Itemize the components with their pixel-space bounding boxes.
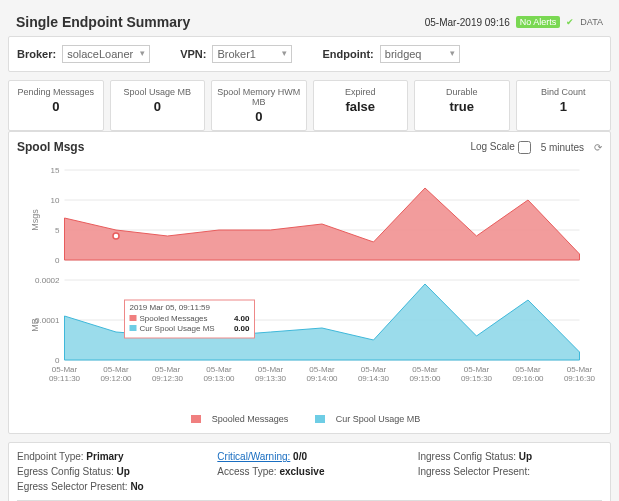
time-range-select[interactable]: 5 minutes bbox=[541, 142, 584, 153]
svg-text:15: 15 bbox=[51, 166, 60, 175]
svg-text:09:14:00: 09:14:00 bbox=[306, 374, 338, 383]
svg-text:05-Mar: 05-Mar bbox=[103, 365, 129, 374]
svg-text:05-Mar: 05-Mar bbox=[309, 365, 335, 374]
stat-value: true bbox=[419, 99, 505, 114]
detail-egress-config: Egress Config Status: Up bbox=[17, 466, 201, 477]
stat-value: false bbox=[318, 99, 404, 114]
svg-text:09:15:00: 09:15:00 bbox=[409, 374, 441, 383]
svg-text:05-Mar: 05-Mar bbox=[361, 365, 387, 374]
page-title: Single Endpoint Summary bbox=[16, 14, 190, 30]
endpoint-label: Endpoint: bbox=[322, 48, 373, 60]
svg-text:10: 10 bbox=[51, 196, 60, 205]
svg-text:09:15:30: 09:15:30 bbox=[461, 374, 493, 383]
svg-text:05-Mar: 05-Mar bbox=[258, 365, 284, 374]
vpn-label: VPN: bbox=[180, 48, 206, 60]
svg-text:09:13:30: 09:13:30 bbox=[255, 374, 287, 383]
svg-text:0: 0 bbox=[55, 356, 60, 365]
data-point-marker bbox=[113, 233, 119, 239]
legend-swatch-blue bbox=[315, 415, 325, 423]
vpn-filter: VPN: Broker1 bbox=[180, 45, 292, 63]
svg-text:05-Mar: 05-Mar bbox=[206, 365, 232, 374]
header-timestamp: 05-Mar-2019 09:16 bbox=[425, 17, 510, 28]
stat-value: 0 bbox=[115, 99, 201, 114]
stat-value: 1 bbox=[521, 99, 607, 114]
legend-item-spooled: Spooled Messages bbox=[191, 414, 297, 424]
y1-label: Msgs bbox=[30, 209, 40, 231]
detail-endpoint-type: Endpoint Type: Primary bbox=[17, 451, 201, 462]
data-label: DATA bbox=[580, 17, 603, 27]
stat-value: 0 bbox=[13, 99, 99, 114]
svg-text:09:16:00: 09:16:00 bbox=[512, 374, 544, 383]
stat-value: 0 bbox=[216, 109, 302, 124]
chart-panel: Spool Msgs Log Scale 5 minutes ⟳ Msgs 15… bbox=[8, 131, 611, 434]
details-panel: Endpoint Type: Primary Critical/Warning:… bbox=[8, 442, 611, 501]
header-right: 05-Mar-2019 09:16 No Alerts ✔ DATA bbox=[425, 16, 603, 28]
vpn-select[interactable]: Broker1 bbox=[212, 45, 292, 63]
endpoint-filter: Endpoint: bridgeq bbox=[322, 45, 459, 63]
page-container: Single Endpoint Summary 05-Mar-2019 09:1… bbox=[0, 0, 619, 501]
broker-filter: Broker: solaceLoaner bbox=[17, 45, 150, 63]
page-header: Single Endpoint Summary 05-Mar-2019 09:1… bbox=[8, 8, 611, 36]
svg-text:0.00: 0.00 bbox=[234, 324, 250, 333]
legend-swatch-red bbox=[191, 415, 201, 423]
detail-critical-warning: Critical/Warning: 0/0 bbox=[217, 451, 401, 462]
endpoint-select[interactable]: bridgeq bbox=[380, 45, 460, 63]
filter-panel: Broker: solaceLoaner VPN: Broker1 Endpoi… bbox=[8, 36, 611, 72]
series-spooled-messages bbox=[65, 188, 580, 260]
stat-label: Spool Memory HWM MB bbox=[216, 87, 302, 107]
svg-text:09:12:00: 09:12:00 bbox=[100, 374, 132, 383]
svg-text:2019 Mar 05, 09:11:59: 2019 Mar 05, 09:11:59 bbox=[130, 303, 211, 312]
svg-text:09:14:30: 09:14:30 bbox=[358, 374, 390, 383]
detail-ingress-selector: Ingress Selector Present: bbox=[418, 466, 602, 477]
chart-title: Spool Msgs bbox=[17, 140, 84, 154]
detail-grid: Endpoint Type: Primary Critical/Warning:… bbox=[17, 451, 602, 492]
detail-egress-selector: Egress Selector Present: No bbox=[17, 481, 201, 492]
svg-text:05-Mar: 05-Mar bbox=[52, 365, 78, 374]
stat-expired: Expiredfalse bbox=[313, 80, 409, 131]
x-axis: 05-Mar09:11:3005-Mar09:12:0005-Mar09:12:… bbox=[49, 365, 596, 383]
svg-text:0.0002: 0.0002 bbox=[35, 276, 60, 285]
stat-label: Expired bbox=[318, 87, 404, 97]
stat-durable: Durabletrue bbox=[414, 80, 510, 131]
broker-label: Broker: bbox=[17, 48, 56, 60]
svg-rect-19 bbox=[130, 325, 137, 331]
stat-bind-count: Bind Count1 bbox=[516, 80, 612, 131]
log-scale-toggle[interactable]: Log Scale bbox=[470, 141, 530, 154]
svg-text:4.00: 4.00 bbox=[234, 314, 250, 323]
chart-top: Msgs 15 10 5 0 bbox=[30, 166, 580, 265]
chart-legend: Spooled Messages Cur Spool Usage MB bbox=[17, 414, 602, 425]
detail-access-type: Access Type: exclusive bbox=[217, 466, 401, 477]
svg-text:05-Mar: 05-Mar bbox=[464, 365, 490, 374]
svg-text:Spooled Messages: Spooled Messages bbox=[140, 314, 208, 323]
svg-text:0: 0 bbox=[55, 256, 60, 265]
stat-label: Pending Messages bbox=[13, 87, 99, 97]
chart-controls: Log Scale 5 minutes ⟳ bbox=[470, 141, 602, 154]
legend-item-usage: Cur Spool Usage MB bbox=[315, 414, 429, 424]
refresh-icon[interactable]: ⟳ bbox=[594, 142, 602, 153]
svg-text:05-Mar: 05-Mar bbox=[412, 365, 438, 374]
stat-spool-hwm: Spool Memory HWM MB0 bbox=[211, 80, 307, 131]
svg-text:05-Mar: 05-Mar bbox=[567, 365, 593, 374]
stat-label: Bind Count bbox=[521, 87, 607, 97]
stat-spool-usage: Spool Usage MB0 bbox=[110, 80, 206, 131]
svg-text:0.0001: 0.0001 bbox=[35, 316, 60, 325]
broker-select[interactable]: solaceLoaner bbox=[62, 45, 150, 63]
chart-svg[interactable]: Msgs 15 10 5 0 MB 0.0002 0.0001 0 2019 M… bbox=[17, 160, 602, 410]
alerts-badge[interactable]: No Alerts bbox=[516, 16, 561, 28]
stat-label: Spool Usage MB bbox=[115, 87, 201, 97]
svg-text:09:13:00: 09:13:00 bbox=[203, 374, 235, 383]
check-icon: ✔ bbox=[566, 17, 574, 27]
svg-text:Cur Spool Usage MS: Cur Spool Usage MS bbox=[140, 324, 215, 333]
svg-text:05-Mar: 05-Mar bbox=[155, 365, 181, 374]
svg-text:09:11:30: 09:11:30 bbox=[49, 374, 81, 383]
stats-row: Pending Messages0 Spool Usage MB0 Spool … bbox=[8, 80, 611, 131]
svg-rect-16 bbox=[130, 315, 137, 321]
svg-text:05-Mar: 05-Mar bbox=[515, 365, 541, 374]
chart-bottom: MB 0.0002 0.0001 0 2019 Mar 05, 09:11:59… bbox=[30, 276, 580, 365]
svg-text:09:12:30: 09:12:30 bbox=[152, 374, 184, 383]
stat-label: Durable bbox=[419, 87, 505, 97]
stat-pending: Pending Messages0 bbox=[8, 80, 104, 131]
svg-text:5: 5 bbox=[55, 226, 60, 235]
chart-header: Spool Msgs Log Scale 5 minutes ⟳ bbox=[17, 140, 602, 154]
log-scale-checkbox[interactable] bbox=[518, 141, 531, 154]
